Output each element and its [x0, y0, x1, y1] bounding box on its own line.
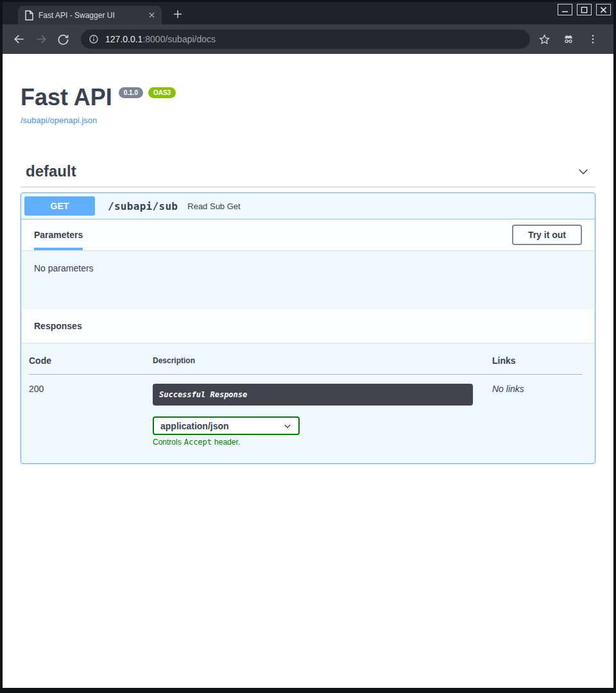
- api-info-section: Fast API 0.1.0 OAS3 /subapi/openapi.json: [21, 85, 595, 126]
- no-parameters-text: No parameters: [34, 263, 94, 273]
- media-type-value: application/json: [160, 421, 229, 431]
- note-prefix: Controls: [153, 438, 182, 447]
- oas3-badge: OAS3: [148, 87, 176, 98]
- swagger-ui: Fast API 0.1.0 OAS3 /subapi/openapi.json…: [3, 85, 613, 464]
- new-tab-button[interactable]: [169, 6, 186, 22]
- response-code: 200: [29, 375, 153, 447]
- parameters-header: Parameters Try it out: [21, 219, 595, 250]
- tab-close-icon[interactable]: [148, 12, 155, 19]
- media-type-control: application/json Controls Accept: [153, 416, 492, 447]
- operation-description: Read Sub Get: [187, 201, 240, 211]
- tab-parameters[interactable]: Parameters: [34, 219, 83, 250]
- version-badge: 0.1.0: [119, 87, 143, 98]
- forward-icon[interactable]: [32, 30, 50, 48]
- back-icon[interactable]: [10, 30, 28, 48]
- response-description: Successful Response: [153, 384, 473, 406]
- accept-header-note: Controls Accept header.: [153, 438, 492, 447]
- kebab-menu-icon[interactable]: [584, 30, 602, 48]
- response-links: No links: [492, 375, 582, 447]
- responses-title: Responses: [34, 321, 82, 331]
- toolbar-actions: [535, 30, 606, 48]
- operation-block-get: GET /subapi/sub Read Sub Get Parameters …: [21, 193, 595, 464]
- close-button[interactable]: [596, 4, 611, 15]
- operation-path: /subapi/sub: [108, 200, 178, 212]
- url-path: :8000/subapi/docs: [142, 34, 216, 44]
- note-suffix: header.: [214, 438, 240, 447]
- reload-icon[interactable]: [54, 30, 72, 48]
- maximize-button[interactable]: [577, 4, 592, 15]
- method-badge: GET: [24, 196, 95, 216]
- browser-tab[interactable]: Fast API - Swagger UI: [18, 6, 162, 24]
- note-code: Accept: [184, 438, 212, 447]
- operation-summary[interactable]: GET /subapi/sub Read Sub Get: [21, 193, 595, 219]
- page-content: Fast API 0.1.0 OAS3 /subapi/openapi.json…: [3, 54, 613, 688]
- tag-name: default: [26, 162, 76, 180]
- responses-body: Code Description Links 200 Successful Re…: [21, 343, 595, 463]
- address-bar[interactable]: 127.0.0.1:8000/subapi/docs: [81, 30, 530, 49]
- openapi-spec-link[interactable]: /subapi/openapi.json: [21, 116, 97, 125]
- tab-title: Fast API - Swagger UI: [38, 11, 144, 20]
- browser-window: Fast API - Swagger UI: [0, 0, 616, 693]
- minimize-button[interactable]: [558, 4, 572, 15]
- select-chevron-down-icon: [283, 422, 292, 431]
- parameters-body: No parameters: [21, 250, 595, 309]
- site-info-icon[interactable]: [89, 34, 99, 44]
- api-title: Fast API: [21, 85, 112, 110]
- try-it-out-button[interactable]: Try it out: [512, 225, 582, 245]
- tab-bar: Fast API - Swagger UI: [3, 2, 613, 24]
- url-host: 127.0.0.1: [105, 34, 142, 44]
- document-icon: [24, 10, 33, 21]
- browser-toolbar: 127.0.0.1:8000/subapi/docs: [3, 24, 613, 54]
- response-row-200: 200 Successful Response application/json: [29, 375, 582, 447]
- responses-table: Code Description Links 200 Successful Re…: [29, 355, 582, 447]
- chevron-down-icon[interactable]: [576, 164, 590, 178]
- column-header-description: Description: [153, 355, 492, 375]
- parameters-tab-label: Parameters: [34, 230, 83, 240]
- window-controls: [558, 4, 611, 15]
- responses-header: Responses: [21, 309, 595, 343]
- incognito-icon: [560, 30, 578, 48]
- media-type-select[interactable]: application/json: [153, 416, 300, 435]
- column-header-links: Links: [492, 355, 582, 375]
- tag-section-header[interactable]: default: [21, 156, 595, 187]
- column-header-code: Code: [29, 355, 153, 375]
- bookmark-star-icon[interactable]: [535, 30, 553, 48]
